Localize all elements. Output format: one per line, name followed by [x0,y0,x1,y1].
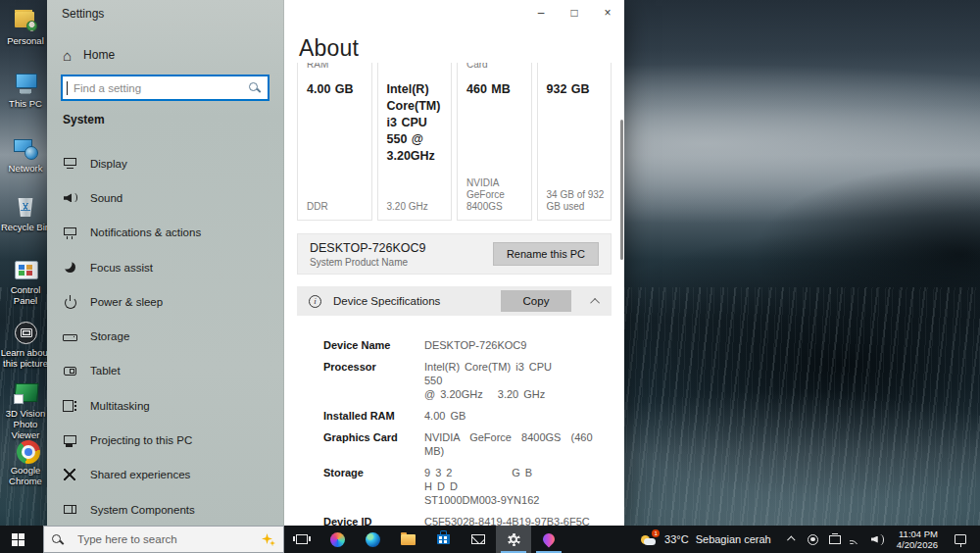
sidebar-item[interactable]: Projecting to this PC [47,423,283,457]
sidebar-item-icon [63,226,77,240]
copilot-button[interactable] [319,526,355,553]
sidebar-item[interactable]: System Components [47,492,283,527]
settings-window: Settings ⌂ Home System Display Sound [47,0,624,526]
taskbar-search-input[interactable] [71,533,260,545]
settings-sidebar: Settings ⌂ Home System Display Sound [47,0,284,526]
sidebar-item[interactable]: Focus assist [47,250,283,284]
sidebar-item[interactable]: Tablet [47,354,283,388]
sidebar-item-icon [63,294,77,309]
sidebar-item[interactable]: Notifications & actions [47,216,283,250]
minimize-button[interactable]: – [524,0,558,25]
chevron-up-icon[interactable] [590,297,600,307]
desktop-icon[interactable]: Control Panel [0,257,51,306]
desktop-icon-label: Learn about this picture [0,347,51,369]
taskbar: 1 33°C Sebagian cerah 11:04 PM 4/20/2026 [0,526,980,553]
desktop-icon-image [11,320,40,345]
sidebar-item[interactable]: Sound [47,180,283,215]
desktop-icon[interactable]: Google Chrome [0,439,51,486]
rename-pc-button[interactable]: Rename this PC [493,242,599,266]
desktop-icon-label: Control Panel [0,284,51,306]
clock[interactable]: 11:04 PM 4/20/2026 [889,526,946,553]
desktop-icon-image [11,194,40,220]
device-specifications-header[interactable]: i Device Specifications Copy [297,286,612,316]
desktop-icon-image [11,8,40,33]
window-controls: – □ × [524,0,624,25]
sidebar-item[interactable]: Multitasking [47,388,283,423]
spec-row-label: Installed RAM [323,409,416,423]
sidebar-item[interactable]: Storage [47,319,283,353]
desktop-icon[interactable]: This PC [0,71,51,109]
spec-card: 932 GB 34 GB of 932 GB used [537,63,612,221]
taskbar-search-box[interactable] [43,526,284,553]
desktop-icon-label: 3D Vision Photo Viewer [0,408,51,440]
store-button[interactable] [425,526,461,553]
window-title: Settings [62,7,104,21]
sidebar-item-label: Storage [90,330,129,342]
spec-card-value: 932 GB [547,81,603,98]
content-scrollbar[interactable] [620,120,623,260]
copy-button[interactable]: Copy [501,290,571,312]
spec-row-value: 9 3 2 G B H D D ST1000DM003-9YN162 [424,466,609,507]
weather-widget[interactable]: 1 33°C Sebagian cerah [630,526,781,553]
desktop-icon[interactable]: Learn about this picture [0,320,51,369]
device-name-box: DESKTOP-726KOC9 System Product Name Rena… [297,233,612,275]
task-view-icon [296,534,308,544]
sidebar-item[interactable]: Display [47,146,283,180]
file-explorer-button[interactable] [390,526,425,553]
sidebar-item-home[interactable]: ⌂ Home [47,43,283,67]
hidden-icons-button[interactable] [781,526,803,553]
search-highlights-icon[interactable] [260,531,275,547]
pinned-app-button[interactable] [531,526,566,553]
spec-card-footer: 34 GB of 932 GB used [547,189,606,213]
close-button[interactable]: × [591,0,624,25]
start-button[interactable] [0,526,43,553]
settings-search-box[interactable] [61,75,270,101]
sidebar-item-label: Power & sleep [90,296,163,308]
sidebar-item-icon [63,433,77,448]
volume-tray-button[interactable] [867,526,889,553]
taskbar-spacer [566,526,630,553]
network-tray-button[interactable] [846,526,867,553]
device-specifications-title: Device Specifications [333,295,440,307]
spec-row-label: Device Name [323,338,416,352]
spec-row-value: NVIDIA GeForce 8400GS (460 MB) [424,430,609,458]
spec-cards: RAM 4.00 GB DDR Intel(R) Core(TM) i3 CPU… [297,63,612,221]
spec-card-value: Intel(R) Core(TM) i3 CPU 550 @ 3.20GHz [387,81,443,165]
maximize-button[interactable]: □ [558,0,591,25]
task-view-button[interactable] [284,526,319,553]
chevron-up-icon [787,535,795,543]
action-center-button[interactable] [946,526,975,553]
desktop-icon[interactable]: 3D Vision Photo Viewer [0,380,51,440]
desktop-icon-label: Recycle Bin [1,222,50,232]
spec-card: Intel(R) Core(TM) i3 CPU 550 @ 3.20GHz 3… [377,63,453,221]
search-icon [249,82,260,93]
spec-row-label: Storage [323,466,416,507]
settings-taskbar-button[interactable] [496,526,531,553]
desktop-icon[interactable]: Recycle Bin [0,194,51,232]
weather-condition: Sebagian cerah [696,533,771,545]
store-icon [437,534,450,544]
display-tray-button[interactable] [824,526,846,553]
sidebar-items: Display Sound Notifications & actions Fo… [47,146,283,527]
sidebar-item[interactable]: Shared experiences [47,458,283,492]
spec-card-footer: 3.20 GHz [387,201,446,213]
meet-now-button[interactable] [803,526,824,553]
sidebar-item-icon [63,468,77,482]
desktop-icon-image [11,380,40,406]
spec-card-label [387,63,443,71]
sidebar-item[interactable]: Power & sleep [47,284,283,319]
desktop-icon[interactable]: Network [0,135,51,174]
gear-icon [507,532,521,547]
desktop-icon[interactable]: Personal [0,8,51,46]
settings-search-input[interactable] [68,82,249,94]
home-icon: ⌂ [63,48,72,63]
spec-card: Card 460 MB NVIDIA GeForce 8400GS [457,63,532,221]
mail-button[interactable] [461,526,496,553]
display-icon [829,535,841,544]
map-pin-icon [541,531,558,548]
device-subtitle: System Product Name [310,257,426,268]
weather-temp: 33°C [664,533,689,545]
edge-button[interactable] [355,526,390,553]
desktop-icon-label: Network [9,163,43,174]
action-center-icon [955,534,966,544]
